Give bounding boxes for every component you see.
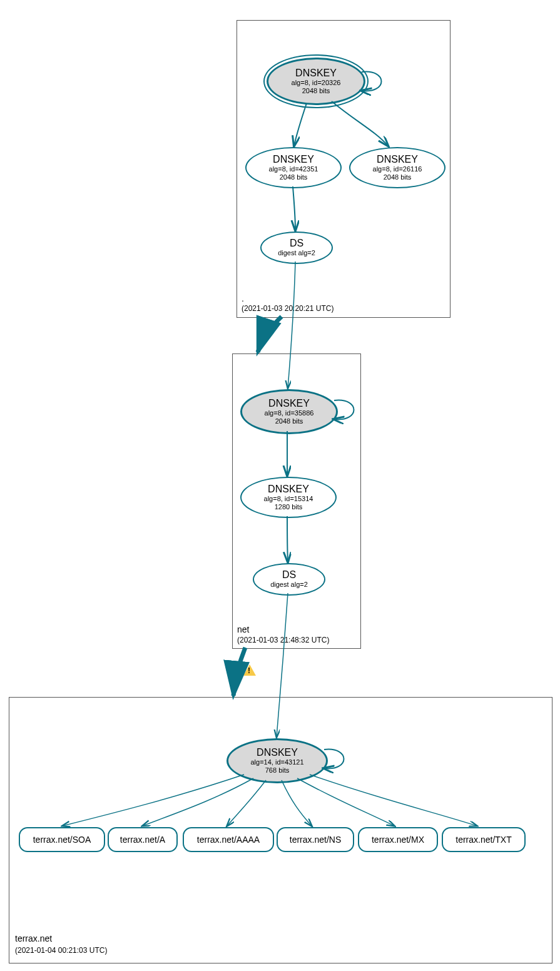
node-sub: digest alg=2	[278, 249, 315, 257]
zone-net-label: net	[237, 624, 249, 634]
root-zsk2-node[interactable]: DNSKEY alg=8, id=26116 2048 bits	[349, 147, 445, 188]
node-sub: 1280 bits	[275, 503, 303, 511]
node-sub: alg=8, id=20326	[292, 79, 341, 87]
zone-root-timestamp: (2021-01-03 20:20:21 UTC)	[242, 304, 333, 313]
zone-net-timestamp: (2021-01-03 21:48:32 UTC)	[237, 636, 329, 644]
root-ksk-node[interactable]: DNSKEY alg=8, id=20326 2048 bits	[267, 58, 365, 105]
node-sub: alg=8, id=35886	[265, 409, 314, 417]
node-sub: 2048 bits	[275, 417, 303, 425]
node-sub: alg=14, id=43121	[250, 758, 303, 766]
node-title: DNSKEY	[377, 154, 418, 165]
node-title: DNSKEY	[257, 747, 298, 758]
node-sub: alg=8, id=26116	[373, 165, 422, 173]
terrax-ksk-node[interactable]: DNSKEY alg=14, id=43121 768 bits	[227, 738, 328, 783]
rrset-soa[interactable]: terrax.net/SOA	[19, 827, 105, 852]
zone-terrax-timestamp: (2021-01-04 00:21:03 UTC)	[15, 946, 107, 955]
rrset-aaaa[interactable]: terrax.net/AAAA	[183, 827, 274, 852]
net-ds-node[interactable]: DS digest alg=2	[253, 563, 325, 596]
zone-root-label: .	[242, 293, 244, 303]
node-title: DNSKEY	[295, 68, 337, 79]
node-sub: 2048 bits	[280, 173, 308, 181]
node-sub: alg=8, id=15314	[264, 495, 313, 503]
node-sub: 2048 bits	[302, 87, 330, 95]
rrset-ns[interactable]: terrax.net/NS	[277, 827, 354, 852]
warning-icon	[243, 664, 256, 676]
node-sub: 768 bits	[265, 766, 290, 775]
node-title: DNSKEY	[268, 484, 309, 495]
node-sub: alg=8, id=42351	[269, 165, 318, 173]
zone-terrax-label: terrax.net	[15, 933, 52, 943]
rrset-a[interactable]: terrax.net/A	[108, 827, 178, 852]
node-title: DS	[282, 569, 296, 581]
net-ksk-node[interactable]: DNSKEY alg=8, id=35886 2048 bits	[240, 389, 338, 434]
rrset-mx[interactable]: terrax.net/MX	[358, 827, 438, 852]
node-sub: 2048 bits	[384, 173, 412, 181]
net-zsk-node[interactable]: DNSKEY alg=8, id=15314 1280 bits	[240, 477, 337, 518]
root-zsk1-node[interactable]: DNSKEY alg=8, id=42351 2048 bits	[245, 147, 342, 188]
rrset-txt[interactable]: terrax.net/TXT	[442, 827, 526, 852]
node-title: DNSKEY	[273, 154, 314, 165]
root-ds-node[interactable]: DS digest alg=2	[260, 231, 333, 264]
node-title: DS	[290, 238, 303, 249]
node-sub: digest alg=2	[270, 581, 308, 589]
node-title: DNSKEY	[268, 398, 310, 409]
